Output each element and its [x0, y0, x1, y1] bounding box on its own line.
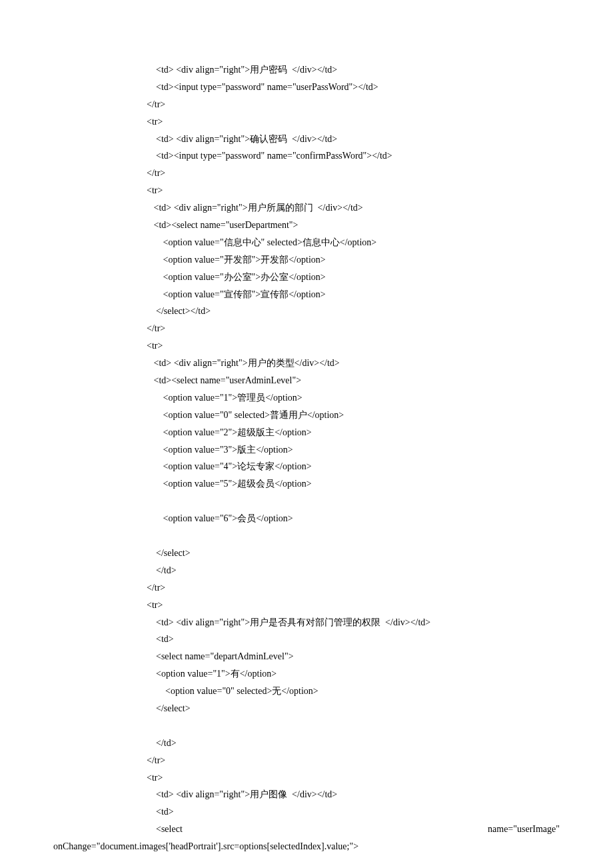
code-line: <option value="3">版主</option>	[53, 441, 560, 459]
code-line	[53, 527, 560, 545]
code-line: <td> <div align="right">确认密码 </div></td>	[53, 131, 560, 148]
code-line: <td> <div align="right">用户是否具有对部门管理的权限 <…	[53, 614, 560, 631]
code-line: <option value="1">管理员</option>	[53, 389, 560, 407]
code-line: </tr>	[53, 579, 560, 597]
code-line: <td><input type="password" name="userPas…	[53, 79, 560, 96]
document-content: <td> <div align="right">用户密码 </div></td>…	[53, 61, 560, 855]
code-line: <td><select name="userDepartment">	[53, 217, 560, 234]
code-line-justified: <selectname="userImage"	[53, 821, 560, 838]
code-line: <option value="宣传部">宣传部</option>	[53, 286, 560, 303]
code-line: <tr>	[53, 337, 560, 355]
code-line: </tr>	[53, 165, 560, 182]
code-line: </select>	[53, 545, 560, 562]
code-line: <tr>	[53, 769, 560, 787]
justified-left: <select	[147, 821, 183, 838]
justified-right: name="userImage"	[488, 821, 560, 838]
code-line: <option value="5">超级会员</option>	[53, 475, 560, 493]
code-line: <td><select name="userAdminLevel">	[53, 372, 560, 389]
code-line: </select>	[53, 700, 560, 717]
code-line: <tr>	[53, 597, 560, 614]
code-line: </tr>	[53, 96, 560, 113]
code-line: <select name="departAdminLevel">	[53, 648, 560, 665]
code-line: <td><input type="password" name="confirm…	[53, 147, 560, 165]
code-line: <tr>	[53, 113, 560, 131]
code-line: <td> <div align="right">用户所属的部门 </div></…	[53, 199, 560, 217]
code-line: <td> <div align="right">用户密码 </div></td>	[53, 61, 560, 79]
code-line: <td>	[53, 803, 560, 821]
code-line: <option value="1">有</option>	[53, 665, 560, 683]
code-line: <option value="0" selected>无</option>	[53, 683, 560, 700]
code-line	[53, 717, 560, 735]
code-line: <tr>	[53, 182, 560, 199]
code-line: <td> <div align="right">用户图像 </div></td>	[53, 786, 560, 803]
code-line: <option value="0" selected>普通用户</option>	[53, 407, 560, 424]
code-line: <td>	[53, 631, 560, 648]
code-line: </td>	[53, 562, 560, 579]
code-line: <option value="2">超级版主</option>	[53, 424, 560, 441]
code-line-last: onChange="document.images['headPortrait'…	[53, 838, 560, 855]
code-line: <option value="办公室">办公室</option>	[53, 269, 560, 286]
code-line: </select></td>	[53, 303, 560, 320]
code-line: <td> <div align="right">用户的类型</div></td>	[53, 355, 560, 372]
code-line: <option value="4">论坛专家</option>	[53, 458, 560, 475]
code-line: <option value="6">会员</option>	[53, 510, 560, 527]
code-line: <option value="信息中心" selected>信息中心</opti…	[53, 234, 560, 251]
code-line: </tr>	[53, 320, 560, 337]
code-line: <option value="开发部">开发部</option>	[53, 251, 560, 269]
code-line	[53, 493, 560, 510]
code-line: </td>	[53, 735, 560, 752]
code-line: </tr>	[53, 752, 560, 769]
